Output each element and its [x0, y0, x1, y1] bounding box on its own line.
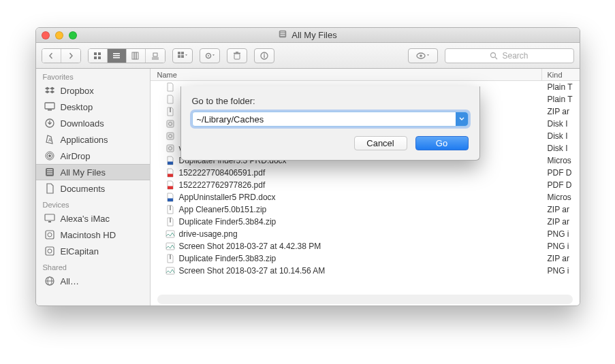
documents-icon — [44, 183, 55, 194]
svg-rect-25 — [236, 52, 238, 53]
file-row[interactable]: Duplicate Finder5.3b84.zipZIP ar — [151, 216, 580, 228]
search-icon — [490, 52, 498, 60]
search-field[interactable]: Search — [445, 48, 574, 63]
folder-path-input[interactable]: ~/Library/Caches — [192, 112, 469, 127]
file-row[interactable]: 1522227708406591.pdfPDF D — [151, 167, 580, 179]
info-button[interactable] — [254, 48, 274, 63]
svg-rect-18 — [181, 52, 184, 54]
hdd-icon — [44, 246, 55, 257]
column-header-kind[interactable]: Kind — [542, 69, 580, 80]
file-row[interactable]: Screen Shot 2018-03-27 at 4.42.38 PMPNG … — [151, 240, 580, 252]
zoom-window-button[interactable] — [69, 31, 77, 39]
desktop-icon — [44, 101, 55, 112]
imac-icon — [44, 213, 55, 224]
file-kind: PDF D — [542, 180, 580, 190]
svg-rect-46 — [46, 231, 54, 239]
svg-point-30 — [420, 54, 422, 57]
forward-button[interactable] — [61, 49, 80, 63]
svg-rect-65 — [170, 218, 171, 222]
file-row[interactable]: AppUninstaller5 PRD.docxMicros — [151, 191, 580, 203]
svg-point-31 — [491, 52, 496, 57]
icon-view-button[interactable] — [89, 49, 108, 63]
svg-rect-19 — [178, 55, 180, 58]
sidebar-item[interactable]: Desktop — [36, 99, 150, 115]
file-name: 1522227762977826.pdf — [179, 180, 266, 190]
path-dropdown-button[interactable] — [456, 112, 468, 126]
arrange-button[interactable] — [172, 48, 193, 63]
svg-rect-61 — [168, 174, 173, 178]
action-gear-button[interactable] — [200, 48, 220, 63]
file-name: Duplicate Finder5.3b84.zip — [179, 217, 277, 227]
svg-rect-43 — [47, 173, 52, 174]
sidebar-item[interactable]: Documents — [36, 180, 150, 197]
sidebar-item[interactable]: Alexa's iMac — [36, 210, 150, 227]
applications-icon: A — [44, 134, 55, 145]
svg-rect-58 — [167, 145, 174, 152]
png-file-icon — [165, 266, 175, 276]
sidebar-item[interactable]: All… — [36, 273, 150, 289]
file-kind: Disk I — [542, 144, 580, 153]
folder-path-value: ~/Library/Caches — [197, 114, 264, 125]
sidebar-item[interactable]: Downloads — [36, 115, 150, 131]
svg-rect-60 — [168, 162, 173, 165]
file-name: Screen Shot 2018-03-27 at 4.42.38 PM — [179, 242, 321, 251]
go-button[interactable]: Go — [415, 136, 469, 150]
go-to-folder-dialog: Go to the folder: ~/Library/Caches Cance… — [180, 86, 480, 161]
svg-rect-68 — [170, 254, 171, 259]
file-row[interactable]: Duplicate Finder5.3b83.zipZIP ar — [151, 252, 580, 265]
svg-rect-34 — [48, 110, 52, 111]
file-row[interactable]: 1522227762977826.pdfPDF D — [151, 179, 580, 191]
svg-rect-1 — [281, 32, 285, 33]
docx-file-icon — [165, 193, 175, 202]
horizontal-scrollbar[interactable] — [157, 295, 573, 304]
svg-rect-3 — [281, 35, 285, 36]
quicklook-button[interactable] — [408, 48, 438, 63]
svg-point-22 — [208, 55, 209, 56]
file-kind: PNG i — [542, 242, 580, 251]
trash-button[interactable] — [227, 48, 247, 63]
svg-rect-14 — [153, 53, 157, 56]
sidebar-item[interactable]: ElCapitan — [36, 243, 150, 259]
sidebar-item[interactable]: Macintosh HD — [36, 227, 150, 243]
svg-point-27 — [264, 53, 265, 54]
png-file-icon — [165, 242, 175, 251]
coverflow-view-button[interactable] — [146, 49, 165, 63]
file-kind: Micros — [542, 193, 580, 202]
view-mode-segment — [88, 48, 165, 63]
back-button[interactable] — [42, 49, 61, 63]
window-title: All My Files — [291, 30, 336, 40]
column-header-row: Name Kind — [151, 69, 580, 81]
svg-rect-64 — [170, 205, 171, 210]
svg-rect-7 — [98, 56, 101, 59]
column-view-button[interactable] — [127, 49, 146, 63]
file-row[interactable]: Screen Shot 2018-03-27 at 10.14.56 AMPNG… — [151, 265, 580, 277]
minimize-window-button[interactable] — [55, 31, 63, 39]
sidebar-item[interactable]: All My Files — [36, 164, 150, 180]
sidebar-item-label: Alexa's iMac — [61, 214, 110, 224]
svg-rect-63 — [168, 199, 173, 202]
column-header-name[interactable]: Name — [151, 69, 542, 80]
file-row[interactable]: App Cleaner5.0b151.zipZIP ar — [151, 203, 580, 216]
svg-point-47 — [48, 233, 52, 237]
list-view-button[interactable] — [108, 49, 127, 63]
file-kind: ZIP ar — [542, 254, 580, 263]
file-row[interactable]: drive-usage.pngPNG i — [151, 228, 580, 240]
dropbox-icon — [44, 85, 55, 96]
file-name: App Cleaner5.0b151.zip — [179, 205, 267, 214]
file-kind: PNG i — [542, 266, 580, 276]
svg-rect-44 — [45, 214, 54, 220]
file-kind: ZIP ar — [542, 107, 580, 116]
svg-rect-23 — [234, 54, 240, 59]
file-name: Screen Shot 2018-03-27 at 10.14.56 AM — [179, 266, 326, 276]
cancel-button[interactable]: Cancel — [354, 136, 407, 150]
titlebar: All My Files — [36, 28, 580, 43]
svg-rect-28 — [264, 55, 264, 58]
close-window-button[interactable] — [42, 31, 50, 39]
sidebar-item[interactable]: AApplications — [36, 131, 150, 148]
traffic-lights — [36, 31, 77, 39]
file-name: 1522227708406591.pdf — [179, 168, 266, 178]
zip-file-icon — [165, 107, 175, 116]
sidebar-item[interactable]: AirDrop — [36, 148, 150, 164]
sidebar-item[interactable]: Dropbox — [36, 82, 150, 99]
docx-file-icon — [165, 156, 175, 165]
